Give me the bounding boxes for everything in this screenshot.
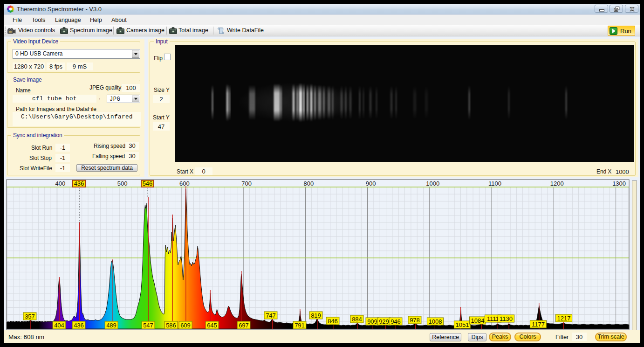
svg-text:645: 645 xyxy=(207,322,217,329)
svg-text:600: 600 xyxy=(179,180,190,187)
svg-text:1084: 1084 xyxy=(471,317,485,324)
svg-text:436: 436 xyxy=(74,322,84,329)
svg-text:1051: 1051 xyxy=(456,321,469,328)
svg-text:1217: 1217 xyxy=(557,315,571,322)
svg-text:747: 747 xyxy=(266,312,276,319)
svg-text:1008: 1008 xyxy=(429,318,442,325)
svg-text:357: 357 xyxy=(25,313,35,320)
svg-text:609: 609 xyxy=(180,322,191,329)
svg-text:800: 800 xyxy=(304,180,314,187)
svg-text:819: 819 xyxy=(311,312,321,319)
svg-text:900: 900 xyxy=(366,180,376,187)
svg-text:1200: 1200 xyxy=(550,180,564,187)
svg-text:400: 400 xyxy=(55,180,66,187)
svg-text:884: 884 xyxy=(352,316,362,323)
svg-text:946: 946 xyxy=(391,318,401,325)
svg-text:1130: 1130 xyxy=(500,315,513,322)
svg-text:436: 436 xyxy=(74,180,84,187)
svg-text:909: 909 xyxy=(367,318,377,325)
svg-text:489: 489 xyxy=(106,322,116,329)
svg-text:500: 500 xyxy=(117,180,128,187)
svg-text:1000: 1000 xyxy=(426,180,439,187)
svg-text:700: 700 xyxy=(241,180,252,187)
svg-text:404: 404 xyxy=(54,322,64,329)
svg-text:978: 978 xyxy=(410,317,420,324)
svg-text:1177: 1177 xyxy=(532,321,545,328)
svg-text:546: 546 xyxy=(143,180,153,187)
svg-text:547: 547 xyxy=(143,322,153,329)
svg-text:791: 791 xyxy=(295,322,305,329)
svg-text:1300: 1300 xyxy=(612,180,626,187)
svg-text:846: 846 xyxy=(328,318,338,325)
svg-text:929: 929 xyxy=(379,318,389,325)
svg-text:1100: 1100 xyxy=(488,180,501,187)
svg-text:1111: 1111 xyxy=(487,315,499,322)
svg-text:586: 586 xyxy=(166,322,176,329)
svg-text:697: 697 xyxy=(239,322,249,329)
